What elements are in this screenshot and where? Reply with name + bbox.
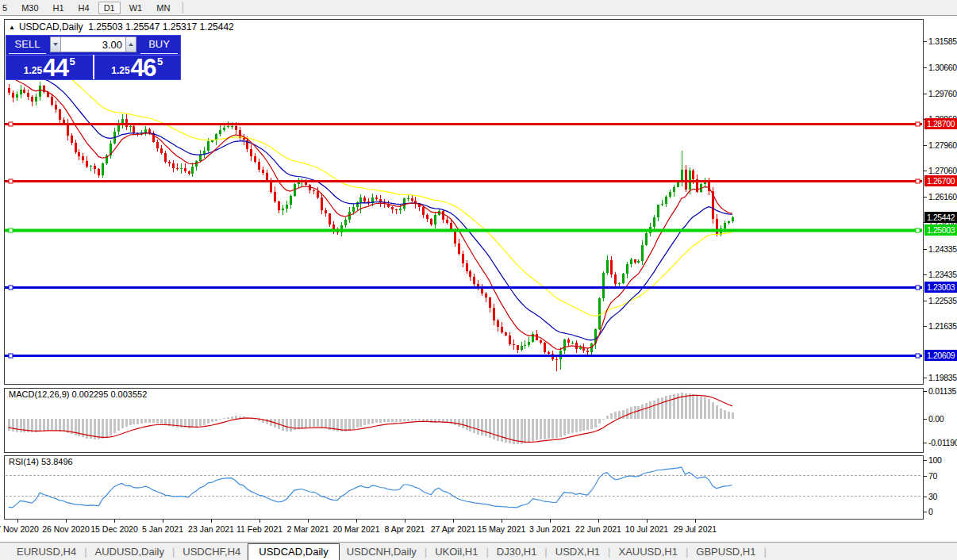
line-handle[interactable] bbox=[916, 354, 920, 358]
time-axis-tick bbox=[356, 520, 357, 523]
volume-spinner bbox=[48, 36, 138, 54]
tab-separator: | bbox=[763, 546, 766, 558]
price-axis-tick bbox=[924, 197, 927, 198]
tab-usdcnh-daily[interactable]: USDCNH,Daily bbox=[340, 544, 424, 559]
triangle-down-icon bbox=[53, 43, 58, 46]
tab-usdchf-h4[interactable]: USDCHF,H4 bbox=[175, 544, 248, 559]
rsi-label: RSI(14) 53.8496 bbox=[9, 457, 73, 466]
price-axis-tick bbox=[924, 94, 927, 94]
time-axis-tick bbox=[259, 520, 260, 523]
rsi-axis-tick bbox=[924, 512, 927, 512]
line-handle[interactable] bbox=[916, 122, 920, 126]
time-axis-label: 3 Jun 2021 bbox=[529, 524, 571, 534]
macd-axis-label: 0.00 bbox=[928, 414, 944, 424]
time-axis-label: 15 Dec 2020 bbox=[90, 524, 138, 534]
tab-separator: | bbox=[608, 546, 610, 558]
tab-audusd-daily[interactable]: AUDUSD,Daily bbox=[88, 544, 171, 559]
time-axis-label: 29 Jul 2021 bbox=[674, 524, 717, 534]
buy-button[interactable]: BUY bbox=[138, 36, 180, 54]
level-price-label: 1.25003 bbox=[924, 224, 957, 236]
timeframe-button-m30[interactable]: M30 bbox=[16, 2, 44, 14]
timeframe-button-h4[interactable]: H4 bbox=[73, 2, 95, 14]
timeframe-button-w1[interactable]: W1 bbox=[124, 2, 148, 14]
line-handle[interactable] bbox=[9, 122, 13, 126]
tab-usdcad-daily[interactable]: USDCAD,Daily bbox=[248, 543, 339, 560]
tab-xauusd-h1[interactable]: XAUUSD,H1 bbox=[612, 544, 685, 559]
line-handle[interactable] bbox=[916, 228, 920, 232]
price-axis-label: 1.27960 bbox=[928, 140, 957, 150]
level-price-label: 1.23003 bbox=[924, 282, 957, 293]
rsi-line bbox=[9, 467, 732, 508]
buy-price-big: 46 bbox=[131, 59, 156, 78]
price-axis-label: 1.29760 bbox=[928, 89, 957, 98]
time-axis-label: 20 Mar 2021 bbox=[333, 524, 380, 534]
chart-ohlc-values: 1.25503 1.25547 1.25317 1.25442 bbox=[88, 21, 234, 33]
macd-axis-label: 0.01135 bbox=[928, 386, 956, 396]
rsi-axis-tick bbox=[924, 497, 927, 497]
price-axis-label: 1.31585 bbox=[928, 36, 957, 46]
macd-histogram bbox=[8, 393, 734, 444]
time-axis-label: 23 Jan 2021 bbox=[188, 524, 234, 534]
price-axis-tick bbox=[924, 145, 927, 146]
sell-button[interactable]: SELL bbox=[6, 36, 48, 54]
time-axis-tick bbox=[211, 520, 212, 523]
volume-input[interactable] bbox=[61, 36, 125, 52]
time-axis-label: 22 Jun 2021 bbox=[575, 524, 621, 534]
level-price-label: 1.26700 bbox=[924, 175, 957, 186]
time-axis-label: 27 Apr 2021 bbox=[431, 524, 476, 534]
tab-gbpusd-h1[interactable]: GBPUSD,H1 bbox=[689, 544, 763, 559]
tab-separator: | bbox=[425, 546, 427, 558]
price-axis-tick bbox=[924, 171, 927, 171]
macd-axis-tick bbox=[924, 391, 927, 392]
toolbar-separator bbox=[183, 2, 183, 13]
timeframe-button-d1[interactable]: D1 bbox=[98, 2, 121, 14]
time-axis-label: 5 Jan 2021 bbox=[142, 524, 183, 534]
sell-price-button[interactable]: 1.25445 bbox=[6, 55, 93, 79]
time-axis-tick bbox=[17, 520, 18, 523]
time-axis-tick bbox=[598, 520, 599, 523]
volume-increase-button[interactable] bbox=[125, 36, 136, 52]
collapse-chart-icon[interactable]: ▲ bbox=[9, 24, 15, 31]
line-handle[interactable] bbox=[916, 286, 920, 290]
line-handle[interactable] bbox=[9, 354, 13, 358]
tab-ukoil-h1[interactable]: UKOil,H1 bbox=[428, 544, 485, 559]
buy-price-sup: 5 bbox=[157, 56, 163, 67]
price-axis-label: 1.22535 bbox=[928, 296, 957, 305]
price-axis-tick bbox=[924, 274, 927, 275]
price-axis-tick bbox=[924, 249, 927, 250]
price-axis-label: 1.23435 bbox=[928, 270, 957, 279]
sell-price-prefix: 1.25 bbox=[24, 66, 42, 75]
time-axis-tick bbox=[308, 520, 309, 523]
line-handle[interactable] bbox=[9, 286, 13, 290]
tab-separator: | bbox=[84, 546, 86, 558]
time-axis-tick bbox=[695, 520, 696, 523]
line-handle[interactable] bbox=[916, 179, 920, 183]
rsi-axis-label: 30 bbox=[928, 492, 937, 501]
tab-usdx-h1[interactable]: USDX,H1 bbox=[548, 544, 607, 559]
rsi-chart[interactable] bbox=[5, 456, 923, 519]
macd-label: MACD(12,26,9) 0.002295 0.003552 bbox=[9, 389, 147, 399]
timeframe-button-mn[interactable]: MN bbox=[151, 2, 175, 14]
price-axis-tick bbox=[924, 41, 927, 42]
tab-eurusd-h4[interactable]: EURUSD,H4 bbox=[10, 544, 83, 559]
buy-price-prefix: 1.25 bbox=[111, 66, 129, 75]
price-axis-label: 1.27060 bbox=[928, 166, 957, 175]
line-handle[interactable] bbox=[9, 179, 13, 183]
tab-dj30-h1[interactable]: DJ30,H1 bbox=[490, 544, 544, 559]
price-axis-label: 1.21635 bbox=[928, 321, 957, 331]
timeframe-button-5[interactable]: 5 bbox=[0, 2, 13, 14]
buy-price-button[interactable]: 1.25465 bbox=[94, 55, 181, 79]
level-price-label: 1.20609 bbox=[924, 350, 957, 361]
time-axis-tick bbox=[66, 520, 67, 523]
price-axis-label: 1.30660 bbox=[928, 63, 957, 72]
macd-axis-label: -0.01190 bbox=[928, 438, 957, 447]
time-axis-label: 7 Nov 2020 bbox=[0, 524, 39, 534]
chart-symbol-label: USDCAD,Daily bbox=[19, 21, 83, 33]
time-axis-label: 8 Apr 2021 bbox=[385, 524, 425, 534]
timeframe-button-h1[interactable]: H1 bbox=[48, 2, 70, 14]
timeframe-toolbar: 5M30H1H4D1W1MN bbox=[0, 0, 957, 16]
time-axis-tick bbox=[647, 520, 648, 523]
volume-decrease-button[interactable] bbox=[50, 36, 61, 52]
line-handle[interactable] bbox=[9, 228, 13, 232]
time-axis-label: 2 Mar 2021 bbox=[286, 524, 329, 534]
